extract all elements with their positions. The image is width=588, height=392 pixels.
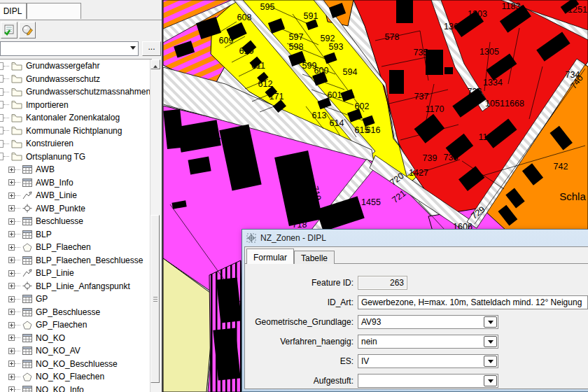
review-edit-button[interactable]: [19, 22, 36, 38]
expand-plus-icon[interactable]: [8, 257, 15, 263]
tree-item-gp_beschluesse[interactable]: GP_Beschluesse: [0, 306, 152, 319]
point-icon: [22, 204, 32, 213]
tree-connector: [4, 156, 9, 157]
tree-item-label[interactable]: NO_KO_AV: [36, 346, 80, 356]
tree-item-awb[interactable]: AWB: [0, 163, 152, 176]
tree-item-label[interactable]: AWB: [36, 164, 55, 174]
tree-item-kantonaler zonenkatalog[interactable]: Kantonaler Zonenkatalog: [0, 111, 152, 125]
expand-plus-icon[interactable]: [8, 231, 15, 237]
expand-plus-icon[interactable]: [8, 283, 15, 289]
combo-field-verfahren_haengig[interactable]: nein: [358, 335, 498, 349]
tree-item-konstruieren[interactable]: Konstruieren: [0, 137, 152, 150]
tree-item-gp_flaechen[interactable]: GP_Flaechen: [0, 318, 152, 332]
panel-tab-dipl[interactable]: DIPL: [0, 3, 27, 19]
expand-plus-icon[interactable]: [8, 205, 15, 211]
tree-item-label[interactable]: Beschluesse: [36, 216, 83, 226]
tree-item-label[interactable]: BLP_Linie_Anfangspunkt: [36, 281, 130, 291]
tree-item-no_ko_av[interactable]: NO_KO_AV: [0, 344, 152, 358]
tree-item-label[interactable]: GP_Beschluesse: [36, 307, 100, 317]
legend-tree[interactable]: GrundwassergefahrGrundwasserschutzGrundw…: [0, 59, 152, 392]
tree-item-no_ko_beschluesse[interactable]: NO_KO_Beschluesse: [0, 358, 152, 371]
nz-zonen-dialog[interactable]: NZ_Zonen - DIPL FormularTabelle Feature …: [241, 229, 588, 392]
tree-item-label[interactable]: Konstruieren: [26, 139, 74, 148]
tree-item-label[interactable]: BLP_Flaechen: [36, 242, 91, 252]
tree-item-label[interactable]: AWB_Punkte: [36, 204, 85, 214]
combo-field-aufgestuft[interactable]: [358, 374, 498, 388]
legend-panel: DIPL ... GrundwassergefahrGrundwasser: [0, 0, 163, 392]
scroll-up-button[interactable]: [150, 59, 160, 69]
tree-item-awb_linie[interactable]: AWB_Linie: [0, 189, 152, 202]
expand-plus-icon[interactable]: [8, 296, 15, 302]
expand-plus-icon[interactable]: [8, 335, 15, 341]
combo-dropdown-button[interactable]: [484, 375, 497, 386]
tree-item-blp_linie[interactable]: BLP_Linie: [0, 267, 152, 280]
tree-item-label[interactable]: NO_KO: [36, 333, 65, 343]
browse-button[interactable]: ...: [142, 41, 161, 56]
expand-plus-icon[interactable]: [8, 348, 15, 354]
tree-item-label[interactable]: Kommunale Richtplanung: [26, 126, 122, 136]
tree-item-no_ko[interactable]: NO_KO: [0, 332, 152, 345]
tree-item-grundwasserschutz[interactable]: Grundwasserschutz: [0, 73, 152, 86]
tree-item-label[interactable]: BLP: [36, 230, 52, 239]
dialog-tab-formular[interactable]: Formular: [246, 248, 294, 264]
tree-item-awb_info[interactable]: AWB_Info: [0, 176, 152, 190]
tree-scrollbar[interactable]: [150, 59, 160, 392]
expand-plus-icon[interactable]: [8, 167, 15, 173]
expand-plus-icon[interactable]: [8, 270, 15, 276]
validate-features-button[interactable]: [1, 22, 18, 38]
tree-item-gp[interactable]: GP: [0, 293, 152, 306]
scrollbar-thumb[interactable]: [150, 215, 160, 383]
tree-item-label[interactable]: Importieren: [26, 100, 69, 110]
tree-item-label[interactable]: NO_KO_Beschluesse: [36, 359, 118, 369]
expand-plus-icon[interactable]: [8, 309, 15, 315]
tree-item-blp_linie_anfangspunkt[interactable]: BLP_Linie_Anfangspunkt: [0, 280, 152, 293]
tree-item-label[interactable]: Kantonaler Zonenkatalog: [26, 113, 120, 122]
text-field-id_art[interactable]: Gewerbezone, H=max. 10m, Satteldach mind…: [358, 295, 588, 309]
tree-item-blp[interactable]: BLP: [0, 228, 152, 241]
tree-item-label[interactable]: Ortsplanung TG: [26, 152, 85, 162]
map-label-1251: 1251: [568, 5, 587, 15]
map-label-601: 601: [328, 90, 342, 100]
combo-field-geometrische_grundlage[interactable]: AV93: [358, 315, 498, 329]
tree-item-label[interactable]: Grundwassergefahr: [26, 61, 99, 71]
expand-plus-icon[interactable]: [8, 360, 15, 367]
tree-item-label[interactable]: NO_KO_Flaechen: [36, 372, 104, 382]
tree-item-ortsplanung tg[interactable]: Ortsplanung TG: [0, 150, 152, 164]
dialog-titlebar[interactable]: NZ_Zonen - DIPL: [244, 230, 588, 246]
tree-item-label[interactable]: NO_KO_Info: [36, 385, 84, 392]
tree-item-label[interactable]: GP_Flaechen: [36, 320, 87, 330]
expand-plus-icon[interactable]: [8, 192, 15, 199]
panel-tab-blank[interactable]: [27, 3, 81, 19]
combo-dropdown-button[interactable]: [484, 316, 497, 328]
expand-plus-icon[interactable]: [8, 374, 15, 380]
map-label-739: 739: [423, 153, 438, 163]
tree-item-label[interactable]: BLP_Linie: [36, 268, 74, 278]
combo-field-es[interactable]: IV: [358, 354, 498, 368]
expand-plus-icon[interactable]: [8, 244, 15, 251]
tree-item-grundwassergefahr[interactable]: Grundwassergefahr: [0, 59, 152, 73]
tree-item-label[interactable]: AWB_Linie: [36, 190, 77, 200]
tree-item-label[interactable]: AWB_Info: [36, 178, 74, 188]
tree-item-blp_flaechen_beschluesse[interactable]: BLP_Flaechen_Beschluesse: [0, 254, 152, 267]
tree-item-kommunale richtplanung[interactable]: Kommunale Richtplanung: [0, 125, 152, 138]
tree-item-label[interactable]: Grundwasserschutzmassnahmen: [26, 87, 150, 97]
tree-item-label[interactable]: Grundwasserschutz: [26, 74, 100, 84]
tree-item-blp_flaechen[interactable]: BLP_Flaechen: [0, 241, 152, 254]
dialog-tab-tabelle[interactable]: Tabelle: [294, 251, 335, 264]
combo-dropdown-button[interactable]: [484, 356, 497, 367]
expand-plus-icon[interactable]: [8, 322, 15, 328]
expand-plus-icon[interactable]: [8, 218, 15, 225]
tree-item-label[interactable]: BLP_Flaechen_Beschluesse: [36, 255, 143, 265]
expand-plus-icon[interactable]: [8, 179, 15, 186]
tree-item-grundwasserschutzmassnahmen[interactable]: Grundwasserschutzmassnahmen: [0, 85, 152, 99]
tree-item-beschluesse[interactable]: Beschluesse: [0, 215, 152, 228]
tree-connector: [15, 182, 20, 183]
combo-dropdown-button[interactable]: [484, 336, 497, 347]
tree-item-label[interactable]: GP: [36, 294, 48, 304]
expand-plus-icon[interactable]: [8, 386, 15, 392]
tree-item-importieren[interactable]: Importieren: [0, 99, 152, 112]
tree-item-awb_punkte[interactable]: AWB_Punkte: [0, 202, 152, 216]
legend-filter-combobox[interactable]: [0, 41, 139, 56]
tree-item-no_ko_info[interactable]: NO_KO_Info: [0, 384, 152, 392]
tree-item-no_ko_flaechen[interactable]: NO_KO_Flaechen: [0, 370, 152, 384]
